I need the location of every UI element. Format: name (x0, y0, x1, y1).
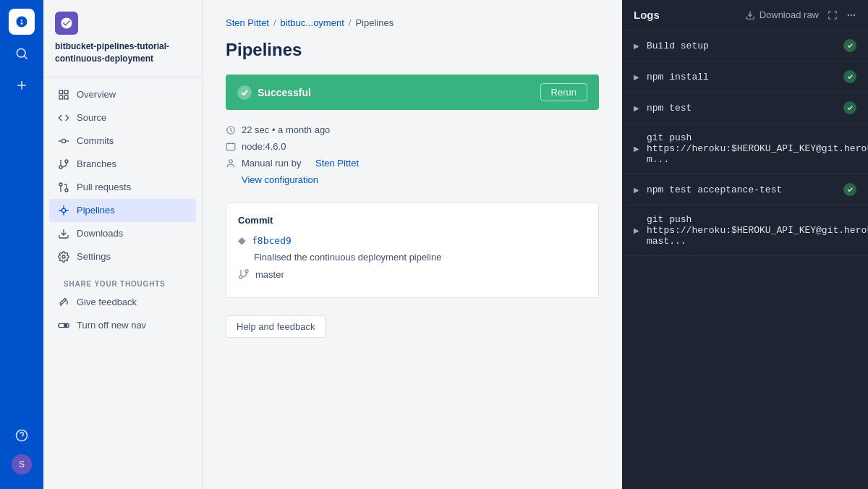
chevron-right-icon-5: ▶ (634, 186, 639, 194)
commit-message: Finalised the continuous deployment pipe… (254, 252, 441, 263)
sidebar-item-pull-requests[interactable]: Pull requests (49, 176, 196, 199)
content-area: Sten Pittet / bitbuc...oyment / Pipeline… (203, 0, 868, 489)
pipeline-icon (58, 205, 69, 216)
create-rail-icon[interactable] (9, 72, 35, 98)
svg-point-35 (851, 14, 852, 15)
sidebar-item-branches[interactable]: Branches (49, 153, 196, 176)
svg-point-10 (61, 139, 65, 143)
commit-icon (58, 135, 69, 147)
log-row-3[interactable]: ▶ npm test (622, 93, 868, 124)
svg-line-1 (25, 56, 27, 59)
repo-name: bitbucket-pipelines-tutorial-continuous-… (55, 41, 190, 65)
pipeline-meta: 22 sec • a month ago node:4.6.0 Manual r… (226, 122, 599, 188)
chevron-right-icon-3: ▶ (634, 104, 639, 112)
svg-point-29 (229, 159, 233, 163)
svg-rect-7 (64, 90, 68, 94)
sidebar-item-turn-off-nav[interactable]: Turn off new nav (49, 314, 196, 337)
share-thoughts-label: SHARE YOUR THOUGHTS (49, 268, 196, 291)
sidebar-item-give-feedback[interactable]: Give feedback (49, 291, 196, 314)
sidebar-item-commits[interactable]: Commits (49, 129, 196, 153)
download-raw-button[interactable]: Download raw (745, 9, 819, 20)
view-config-row: View configuration (226, 174, 599, 185)
settings-icon (58, 251, 69, 263)
page-title: Pipelines (226, 40, 599, 60)
commit-hash-row: ◆ f8bced9 (238, 234, 587, 246)
chevron-right-icon-2: ▶ (634, 73, 639, 81)
main-content: Sten Pittet / bitbuc...oyment / Pipeline… (203, 0, 868, 489)
svg-rect-9 (59, 95, 63, 99)
breadcrumb-repo[interactable]: bitbuc...oyment (281, 17, 344, 28)
status-check-icon (237, 85, 252, 100)
pipeline-runner: Manual run by Sten Pittet (226, 158, 599, 169)
more-options-button[interactable] (846, 10, 856, 20)
pipeline-status-label: Successful (258, 87, 311, 98)
user-icon (226, 158, 236, 169)
log-text-3: npm test (647, 103, 692, 114)
pipeline-node: node:4.6.0 (226, 141, 599, 152)
log-text-4: git push https://heroku:$HEROKU_API_KEY@… (647, 132, 868, 165)
branch-icon (58, 158, 69, 170)
sidebar: bitbucket-pipelines-tutorial-continuous-… (43, 0, 203, 489)
pipeline-status-bar: Successful Rerun (226, 75, 599, 110)
svg-rect-26 (226, 143, 235, 150)
svg-point-16 (65, 189, 68, 192)
log-row-6[interactable]: ▶ git push https://heroku:$HEROKU_API_KE… (622, 205, 868, 256)
toggle-icon (58, 320, 69, 331)
log-text-5: npm test acceptance-test (647, 184, 782, 195)
sidebar-item-overview[interactable]: Overview (49, 83, 196, 106)
download-raw-icon (745, 10, 755, 20)
commit-card: Commit ◆ f8bced9 Finalised the continuou… (226, 203, 599, 298)
log-text-2: npm install (647, 72, 709, 82)
help-rail-icon[interactable] (9, 422, 35, 448)
rerun-button[interactable]: Rerun (540, 83, 587, 101)
sidebar-item-source[interactable]: Source (49, 106, 196, 129)
megaphone-icon (58, 297, 69, 308)
log-row-1[interactable]: ▶ Build setup (622, 30, 868, 61)
breadcrumb-user[interactable]: Sten Pittet (226, 17, 269, 28)
log-status-1 (843, 39, 856, 52)
logs-title: Logs (634, 9, 660, 21)
commit-message-row: Finalised the continuous deployment pipe… (254, 252, 587, 263)
pipeline-duration: 22 sec • a month ago (226, 124, 599, 135)
pr-icon (58, 182, 69, 193)
code-icon (58, 112, 69, 124)
log-status-5 (843, 183, 856, 196)
runner-link[interactable]: Sten Pittet (315, 158, 359, 169)
clock-icon (226, 125, 236, 135)
search-rail-icon[interactable] (9, 41, 35, 67)
user-avatar[interactable]: S (12, 454, 32, 475)
expand-logs-button[interactable] (827, 10, 838, 20)
sidebar-item-pipelines[interactable]: Pipelines (49, 199, 196, 222)
commit-section-title: Commit (238, 215, 587, 226)
download-icon (58, 228, 69, 239)
bitbucket-logo[interactable] (9, 9, 35, 35)
node-icon (226, 142, 236, 152)
commit-hash-link[interactable]: f8bced9 (252, 235, 292, 246)
chevron-right-icon-6: ▶ (634, 226, 639, 234)
sidebar-item-downloads[interactable]: Downloads (49, 222, 196, 245)
svg-point-31 (245, 270, 248, 273)
log-row-5[interactable]: ▶ npm test acceptance-test (622, 174, 868, 205)
ellipsis-icon (846, 10, 856, 20)
log-status-3 (843, 101, 856, 114)
commit-branch-row: master (238, 268, 587, 280)
icon-rail: S (0, 0, 43, 489)
svg-point-17 (59, 183, 62, 186)
svg-point-36 (854, 14, 855, 15)
svg-point-15 (59, 166, 62, 169)
branch-small-icon (238, 268, 250, 280)
help-feedback-button[interactable]: Help and feedback (226, 315, 326, 338)
svg-point-24 (64, 324, 67, 327)
logs-header: Logs Download raw (622, 0, 868, 30)
logs-panel: Logs Download raw ▶ (622, 0, 868, 489)
log-row-4[interactable]: ▶ git push https://heroku:$HEROKU_API_KE… (622, 124, 868, 174)
view-config-link[interactable]: View configuration (242, 174, 318, 185)
grid-icon (58, 89, 69, 101)
log-text-6: git push https://heroku:$HEROKU_API_KEY@… (647, 214, 868, 247)
left-panel: Sten Pittet / bitbuc...oyment / Pipeline… (203, 0, 622, 489)
expand-icon (827, 10, 838, 20)
commit-diamond-icon: ◆ (238, 234, 246, 246)
log-row-2[interactable]: ▶ npm install (622, 61, 868, 93)
sidebar-item-settings[interactable]: Settings (49, 245, 196, 268)
sidebar-nav: Overview Source Commits Branches Pull re… (43, 83, 202, 477)
